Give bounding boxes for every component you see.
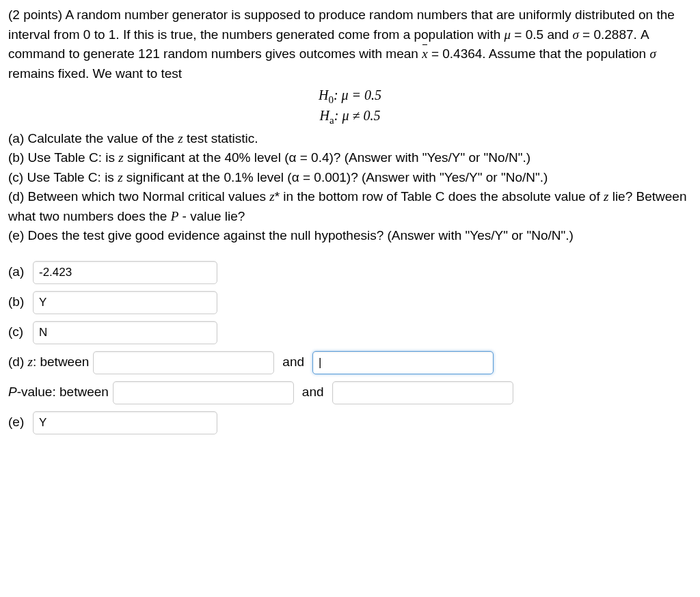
answer-p2-input[interactable] [332,381,513,404]
h0-h: H [319,87,328,102]
part-a-text: (a) Calculate the value of the [8,131,174,145]
part-a-var: z [178,131,183,145]
mu-value: = 0.5 and [514,27,569,42]
answer-d-prefix: (d) [8,355,24,369]
xbar-symbol: x [422,44,427,64]
part-c-end: significant at the 0.1% level (α = 0.001… [126,170,548,184]
answer-b-input[interactable] [33,291,217,314]
part-b-var: z [118,150,123,165]
part-d-mid: in the bottom row of Table C does the ab… [283,189,600,204]
part-c-var: z [118,170,122,184]
xbar-value: = 0.4364. Assume that the population [431,46,646,61]
answer-row-c: (c) [8,321,692,344]
part-c: (c) Use Table C: is z significant at the… [8,168,692,188]
pvalue-between: -value: between [17,385,109,399]
part-d-var: z [269,189,274,204]
answer-c-input[interactable] [33,321,217,344]
null-hypothesis: H0: μ = 0.5 [8,86,692,107]
part-e-text: (e) Does the test give good evidence aga… [8,228,574,242]
part-d-var2: z [604,189,608,204]
part-e: (e) Does the test give good evidence aga… [8,226,692,246]
part-b: (b) Use Table C: is z significant at the… [8,148,692,168]
points-label: (2 points) [8,8,62,22]
h0-sub: 0 [328,94,334,105]
and-label-2: and [298,383,328,402]
answer-b-label: (b) [8,292,29,312]
ha-h: H [320,108,329,123]
pvalue-label: P-value: between [8,383,109,402]
answer-a-input[interactable] [33,261,217,284]
answer-e-input[interactable] [33,411,217,434]
answer-row-a: (a) [8,261,692,284]
remains-text: remains fixed. We want to test [8,66,182,81]
sigma-symbol-2: σ [649,46,656,61]
answer-c-label: (c) [8,322,29,342]
answer-d-z2-input[interactable] [312,351,494,374]
answer-row-pvalue: P-value: between and [8,381,692,404]
part-b-end: significant at the 40% level (α = 0.4)? … [127,150,530,165]
answer-d-z: z [28,355,33,369]
and-label-1: and [278,352,308,372]
answer-row-d-z: (d) z: between and [8,351,692,374]
answer-row-b: (b) [8,291,692,314]
part-d-text: (d) Between which two Normal critical va… [8,189,266,204]
ha-body: : μ ≠ 0.5 [334,108,381,123]
hypotheses-block: H0: μ = 0.5 Ha: μ ≠ 0.5 [8,86,692,128]
part-d-end: - value lie? [183,209,245,223]
part-d-pvar: P [171,209,179,223]
ha-sub: a [329,115,334,126]
answer-row-e: (e) [8,411,692,434]
part-c-text: (c) Use Table C: is [8,170,114,184]
answer-d-z1-input[interactable] [93,351,274,374]
part-a: (a) Calculate the value of the z test st… [8,129,692,149]
question-text: (2 points) A random number generator is … [8,5,692,83]
part-b-text: (b) Use Table C: is [8,150,115,165]
mu-symbol: μ [504,27,511,42]
part-a-end: test statistic. [187,131,258,145]
alt-hypothesis: Ha: μ ≠ 0.5 [8,107,692,127]
part-d-star: * [275,189,280,204]
pvalue-p: P [8,385,17,399]
answer-p1-input[interactable] [113,381,294,404]
answer-d-label: (d) z: between [8,352,89,372]
answer-a-label: (a) [8,262,29,282]
part-d: (d) Between which two Normal critical va… [8,187,692,226]
h0-body: : μ = 0.5 [334,87,381,102]
sigma-symbol: σ [572,27,578,42]
question-parts: (a) Calculate the value of the z test st… [8,129,692,246]
answer-section: (a) (b) (c) (d) z: between and P-value: … [8,261,692,434]
answer-d-between: : between [33,355,89,369]
answer-e-label: (e) [8,413,29,432]
